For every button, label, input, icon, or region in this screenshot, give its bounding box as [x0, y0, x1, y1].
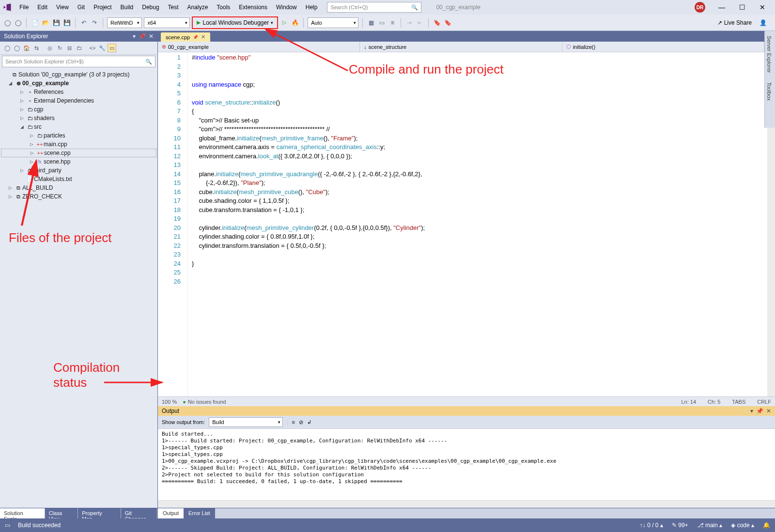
grid-icon[interactable]: ▦: [367, 18, 375, 27]
menu-tools[interactable]: Tools: [213, 2, 234, 13]
show-from-combo[interactable]: Build: [209, 417, 282, 427]
tab-output[interactable]: Output: [158, 508, 184, 518]
references-node[interactable]: References: [34, 89, 63, 95]
zoom-combo[interactable]: 100 %: [162, 399, 177, 405]
bell-icon[interactable]: 🔔: [763, 522, 770, 529]
menu-analyze[interactable]: Analyze: [184, 2, 212, 13]
menu-help[interactable]: Help: [302, 2, 322, 13]
scene-hpp-file[interactable]: scene.hpp: [44, 158, 70, 165]
scene-cpp-file[interactable]: scene.cpp: [44, 150, 71, 156]
pin-icon[interactable]: 📌: [139, 33, 146, 40]
open-icon[interactable]: 📂: [41, 18, 50, 27]
pin-icon[interactable]: 📌: [193, 35, 198, 40]
close-button[interactable]: ✕: [753, 0, 772, 14]
branch-status[interactable]: ⎇ main ▴: [697, 522, 723, 529]
breadcrumb-project[interactable]: ⊕00_cgp_example: [158, 42, 360, 52]
dropdown-icon[interactable]: ▾: [750, 408, 753, 414]
third-party-folder[interactable]: third_party: [34, 167, 62, 174]
preview-icon[interactable]: ▭: [108, 44, 116, 52]
horizontal-scrollbar[interactable]: [158, 500, 775, 508]
particles-folder[interactable]: particles: [44, 132, 65, 139]
start-debugger-button[interactable]: ▶ Local Windows Debugger ▾: [192, 16, 278, 29]
menu-view[interactable]: View: [52, 2, 73, 13]
tab-property-manager[interactable]: Property Man...: [78, 508, 121, 518]
breadcrumb-class[interactable]: ↓scene_structure: [360, 42, 562, 52]
tab-class-view[interactable]: Class View: [45, 508, 78, 518]
menu-file[interactable]: File: [16, 2, 32, 13]
refresh-icon[interactable]: ↻: [55, 44, 64, 52]
menu-debug[interactable]: Debug: [138, 2, 163, 13]
breadcrumb-function[interactable]: ⬡initialize(): [562, 42, 764, 52]
project-node[interactable]: 00_cgp_example: [22, 80, 69, 87]
issues-status[interactable]: No issues found: [183, 399, 226, 405]
bookmark-icon[interactable]: 🔖: [433, 18, 441, 27]
minimize-button[interactable]: —: [712, 0, 731, 14]
step2-icon[interactable]: ⇤: [416, 18, 424, 27]
menu-build[interactable]: Build: [117, 2, 138, 13]
undo-icon[interactable]: ↶: [79, 18, 88, 27]
collapse-icon[interactable]: ⊟: [65, 44, 74, 52]
redo-icon[interactable]: ↷: [90, 18, 99, 27]
sync-icon[interactable]: ◎: [46, 44, 54, 52]
menu-edit[interactable]: Edit: [33, 2, 51, 13]
layout-icon[interactable]: ▭: [377, 18, 386, 27]
output-body[interactable]: Build started... 1>------ Build started:…: [158, 429, 775, 500]
tab-error-list[interactable]: Error List: [184, 508, 215, 518]
save-all-icon[interactable]: 💾: [62, 18, 71, 27]
global-search-input[interactable]: Search (Ctrl+Q) 🔍: [327, 2, 421, 13]
menu-test[interactable]: Test: [164, 2, 183, 13]
new-project-icon[interactable]: 📄: [31, 18, 39, 27]
crlf-indicator[interactable]: CRLF: [757, 399, 771, 405]
dropdown-icon[interactable]: ▾: [133, 33, 136, 40]
wrap-icon[interactable]: ↲: [307, 419, 311, 426]
changes-status[interactable]: ✎ 99+: [672, 522, 688, 529]
properties-icon[interactable]: 🔧: [98, 44, 107, 52]
doc-tab-scene-cpp[interactable]: scene.cpp 📌 ✕: [161, 32, 210, 42]
solution-node[interactable]: Solution '00_cgp_example' (3 of 3 projec…: [18, 71, 129, 78]
bookmark2-icon[interactable]: 🔖: [443, 18, 452, 27]
repo-status[interactable]: ◈ code ▴: [731, 522, 754, 529]
close-icon[interactable]: ✕: [201, 34, 205, 40]
platform-combo[interactable]: x64: [144, 17, 190, 28]
code-body[interactable]: #include "scene.hpp" using namespace cgp…: [188, 52, 425, 396]
all-build-node[interactable]: ALL_BUILD: [22, 184, 53, 191]
nav-fwd-icon[interactable]: ◯: [14, 18, 22, 27]
liveshare-button[interactable]: Live Share: [724, 19, 752, 26]
switch-view-icon[interactable]: ⇆: [32, 44, 41, 52]
code-editor[interactable]: 1234567891011121314151617181920212223242…: [158, 52, 775, 396]
start-no-debug-icon[interactable]: ▷: [280, 18, 289, 27]
clear-icon[interactable]: ⊘: [299, 419, 303, 426]
server-explorer-tab[interactable]: Server Explorer: [765, 31, 774, 77]
admin-icon[interactable]: 👤: [759, 18, 767, 27]
src-folder[interactable]: src: [34, 123, 42, 130]
layers-icon[interactable]: ≡: [388, 18, 397, 27]
close-panel-icon[interactable]: ✕: [149, 33, 154, 40]
se-search-input[interactable]: Search Solution Explorer (Ctrl+$) 🔍: [2, 56, 155, 67]
toolbox-tab[interactable]: Toolbox: [765, 77, 774, 106]
code-icon[interactable]: <>: [88, 44, 97, 52]
solution-tree[interactable]: ⧉Solution '00_cgp_example' (3 of 3 proje…: [0, 68, 157, 508]
home-icon[interactable]: 🏠: [22, 44, 31, 52]
menu-extensions[interactable]: Extensions: [235, 2, 271, 13]
user-avatar[interactable]: DR: [695, 2, 705, 13]
save-icon[interactable]: 💾: [52, 18, 61, 27]
source-control-status[interactable]: ↑↓ 0 / 0 ▴: [640, 522, 663, 529]
external-deps-node[interactable]: External Dependencies: [34, 97, 94, 104]
tab-git-changes[interactable]: Git Changes: [121, 508, 157, 518]
tabs-indicator[interactable]: TABS: [732, 399, 745, 405]
cmakelists-file[interactable]: CMakeLists.txt: [34, 176, 72, 182]
indent-icon[interactable]: ≡: [292, 419, 295, 425]
menu-window[interactable]: Window: [272, 2, 301, 13]
showall-icon[interactable]: 🗀: [75, 44, 83, 52]
hot-reload-icon[interactable]: 🔥: [291, 18, 299, 27]
menu-git[interactable]: Git: [74, 2, 89, 13]
fwd-icon[interactable]: ◯: [13, 44, 21, 52]
config-combo[interactable]: RelWithD: [107, 17, 142, 28]
back-icon[interactable]: ◯: [3, 44, 12, 52]
shaders-folder[interactable]: shaders: [34, 115, 55, 122]
maximize-button[interactable]: ☐: [732, 0, 752, 14]
main-cpp-file[interactable]: main.cpp: [44, 141, 67, 148]
menu-project[interactable]: Project: [90, 2, 115, 13]
auto-combo[interactable]: Auto: [308, 17, 358, 28]
nav-back-icon[interactable]: ◯: [3, 18, 12, 27]
